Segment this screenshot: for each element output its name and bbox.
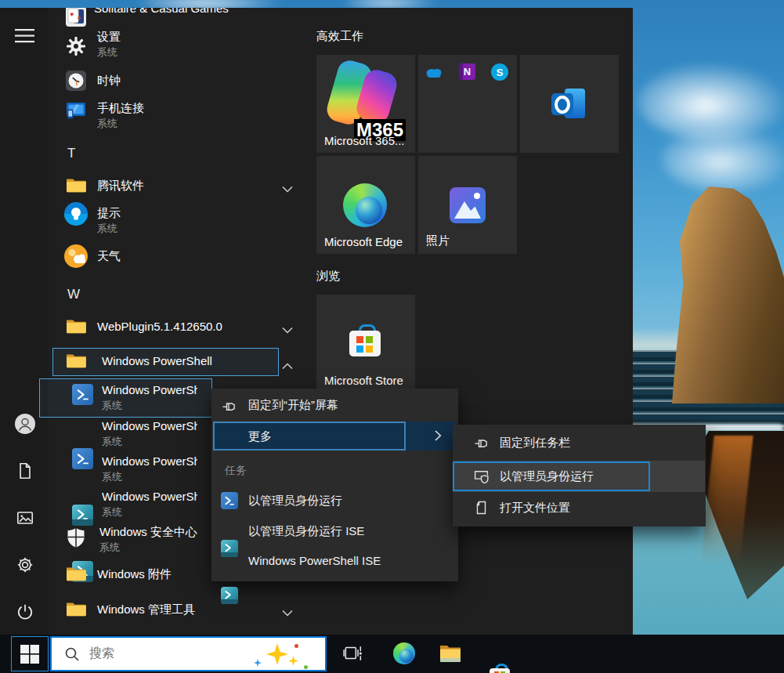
phone-link-icon[interactable]	[66, 100, 86, 124]
app-item-security[interactable]: Windows 安全中心	[99, 525, 197, 540]
menu-section-tasks: 任务	[225, 464, 247, 478]
chevron-up-icon	[282, 359, 293, 366]
tile-store[interactable]: Microsoft Store	[316, 295, 415, 393]
weather-icon[interactable]	[64, 244, 88, 271]
app-item-powershell-folder[interactable]: Windows PowerShell	[102, 354, 212, 367]
windows-logo-icon	[20, 645, 39, 664]
search-input[interactable]	[88, 646, 240, 661]
taskbar	[0, 635, 784, 673]
folder-icon[interactable]	[66, 601, 86, 620]
pin-icon	[222, 400, 236, 417]
app-item-powershell-2-sub: 系统	[102, 435, 122, 449]
start-menu-sidebar	[0, 8, 49, 635]
tile-microsoft-365[interactable]: M365 Microsoft 365...	[316, 55, 415, 153]
tile-label: Microsoft Edge	[324, 235, 403, 248]
app-item-powershell-ise-2-sub: 系统	[102, 505, 122, 519]
app-item-phone-link-sub: 系统	[97, 117, 117, 131]
folder-icon[interactable]	[66, 566, 86, 584]
powershell-icon	[72, 448, 93, 469]
app-item-accessories[interactable]: Windows 附件	[97, 567, 172, 582]
app-item-clock[interactable]: 时钟	[97, 74, 121, 89]
submenu-item-run-as-admin[interactable]: 以管理员身份运行	[500, 469, 594, 484]
powershell-ise-icon	[221, 540, 238, 557]
menu-item-powershell-ise[interactable]: Windows PowerShell ISE	[248, 554, 381, 567]
menu-item-run-as-admin-ise[interactable]: 以管理员身份运行 ISE	[248, 524, 364, 539]
tile-office-folder[interactable]: N S	[418, 55, 517, 153]
edge-icon	[343, 183, 387, 227]
powershell-ise-icon	[221, 587, 238, 604]
documents-icon[interactable]	[15, 461, 35, 481]
clock-icon[interactable]	[66, 71, 86, 94]
submenu-item-open-file-location[interactable]: 打开文件位置	[500, 501, 570, 516]
submenu-item-pin-to-taskbar[interactable]: 固定到任务栏	[500, 436, 570, 450]
tile-outlook[interactable]	[520, 55, 619, 153]
app-item-tencent[interactable]: 腾讯软件	[97, 179, 144, 194]
taskbar-search[interactable]	[50, 636, 327, 671]
submenu-arrow-icon	[435, 430, 442, 444]
taskbar-file-explorer-icon[interactable]	[439, 644, 461, 666]
app-item-powershell-ise-2[interactable]: Windows PowerShell	[102, 490, 197, 503]
svg-text:♥: ♥	[70, 11, 74, 18]
start-button[interactable]	[11, 636, 49, 671]
chevron-down-icon	[282, 606, 293, 613]
photos-icon	[450, 187, 486, 223]
powershell-icon	[72, 384, 93, 405]
folder-icon[interactable]	[66, 318, 86, 337]
tile-edge[interactable]: Microsoft Edge	[316, 156, 415, 254]
tile-group-header-explore: 浏览	[316, 269, 340, 284]
skype-icon: S	[491, 63, 508, 81]
store-icon	[345, 324, 385, 363]
menu-item-more[interactable]: 更多	[248, 429, 272, 444]
context-submenu: 固定到任务栏 以管理员身份运行 打开文件位置	[453, 425, 706, 526]
cloud	[662, 125, 784, 192]
app-item-powershell-2[interactable]: Windows PowerShell	[102, 419, 197, 432]
app-item-powershell-1-sub: 系统	[102, 399, 122, 413]
app-item-tips[interactable]: 提示	[97, 206, 121, 221]
admin-shield-icon	[473, 468, 490, 487]
app-item-phone-link[interactable]: 手机连接	[97, 101, 144, 116]
folder-icon[interactable]	[66, 177, 86, 196]
app-item-powershell-1[interactable]: Windows PowerShell	[102, 383, 197, 396]
user-avatar-button[interactable]	[15, 414, 35, 434]
solitaire-icon[interactable]: ♥♦	[66, 8, 86, 30]
taskbar-store-icon[interactable]	[489, 664, 511, 673]
power-button[interactable]	[15, 602, 35, 622]
settings-gear-icon[interactable]	[15, 555, 35, 575]
task-view-button[interactable]	[342, 643, 363, 667]
tile-label: Microsoft Store	[324, 374, 403, 387]
taskbar-edge-icon[interactable]	[393, 642, 415, 664]
app-item-admin-tools[interactable]: Windows 管理工具	[97, 602, 195, 617]
hamburger-menu-button[interactable]	[15, 28, 35, 49]
app-item-security-sub: 系统	[99, 541, 120, 555]
chevron-down-icon	[282, 182, 293, 189]
folder-icon	[66, 353, 86, 371]
app-item-powershell-ise-1[interactable]: Windows PowerShell	[102, 454, 197, 468]
powershell-ise-icon	[72, 505, 93, 526]
tile-photos[interactable]: 照片	[418, 156, 517, 254]
desktop-screen: ♥♦ Solitaire & Casual Games 设置 系统 时钟 手机连…	[0, 0, 784, 673]
app-item-weather[interactable]: 天气	[97, 249, 121, 264]
menu-item-pin-to-start[interactable]: 固定到“开始”屏幕	[248, 398, 338, 413]
powershell-icon	[221, 492, 238, 509]
tile-label: 照片	[426, 233, 450, 248]
pictures-icon[interactable]	[15, 508, 35, 528]
app-item-solitaire[interactable]: Solitaire & Casual Games	[94, 8, 229, 15]
onenote-icon: N	[459, 63, 475, 80]
letter-header-t[interactable]: T	[67, 146, 75, 161]
search-icon	[64, 646, 80, 665]
menu-item-run-as-admin[interactable]: 以管理员身份运行	[248, 494, 342, 508]
security-shield-icon[interactable]	[67, 527, 85, 552]
chevron-down-icon	[282, 323, 293, 330]
app-item-tips-sub: 系统	[97, 222, 117, 236]
svg-text:♦: ♦	[78, 14, 81, 21]
app-item-settings[interactable]: 设置	[97, 30, 121, 45]
tile-group-header-productivity: 高效工作	[316, 29, 363, 44]
menu-item-more-focus-box	[213, 422, 406, 450]
onedrive-icon	[424, 65, 444, 81]
letter-header-w[interactable]: W	[67, 287, 80, 302]
settings-app-icon[interactable]	[66, 36, 86, 60]
outlook-icon	[551, 86, 587, 122]
app-item-settings-sub: 系统	[97, 45, 117, 60]
tips-icon[interactable]	[64, 202, 88, 229]
app-item-webplugin[interactable]: WebPlugin5.1.412650.0	[97, 320, 222, 333]
